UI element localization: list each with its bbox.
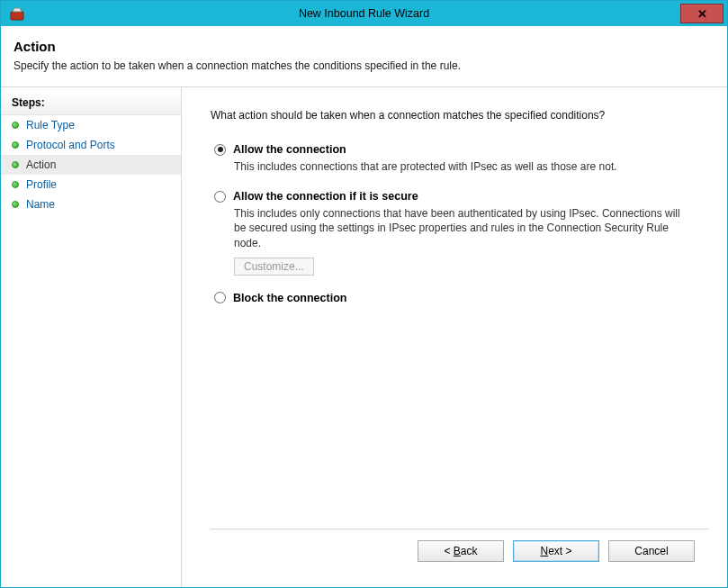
next-button[interactable]: Next >: [513, 540, 599, 562]
option-block: Block the connection: [211, 292, 709, 304]
step-label: Rule Type: [26, 119, 75, 131]
close-button[interactable]: ✕: [680, 4, 724, 23]
wizard-body: Steps: Rule Type Protocol and Ports Acti…: [1, 87, 727, 587]
wizard-main: What action should be taken when a conne…: [182, 87, 727, 587]
radio-block[interactable]: [214, 292, 226, 303]
bullet-icon: [12, 161, 19, 168]
step-label: Profile: [26, 178, 57, 191]
option-allow-secure: Allow the connection if it is secure Thi…: [211, 190, 709, 276]
cancel-button[interactable]: Cancel: [608, 540, 695, 562]
bullet-icon: [12, 122, 19, 129]
step-label: Action: [26, 158, 56, 171]
wizard-footer: < Back Next > Cancel: [211, 529, 709, 576]
action-prompt: What action should be taken when a conne…: [211, 109, 709, 122]
step-rule-type[interactable]: Rule Type: [1, 115, 181, 135]
option-allow: Allow the connection This includes conne…: [211, 143, 709, 174]
radio-allow-secure[interactable]: [214, 191, 226, 203]
next-label: Next >: [540, 545, 571, 557]
step-protocol-ports[interactable]: Protocol and Ports: [1, 135, 181, 155]
titlebar: New Inbound Rule Wizard ✕: [1, 1, 727, 26]
step-action[interactable]: Action: [1, 155, 181, 175]
option-label-allow[interactable]: Allow the connection: [233, 143, 346, 156]
steps-heading: Steps:: [1, 95, 181, 115]
step-label: Protocol and Ports: [26, 139, 115, 151]
option-desc-allow: This includes connections that are prote…: [234, 159, 693, 174]
back-label: < Back: [444, 545, 477, 557]
bullet-icon: [12, 201, 19, 208]
steps-sidebar: Steps: Rule Type Protocol and Ports Acti…: [1, 87, 182, 587]
option-label-block[interactable]: Block the connection: [233, 292, 346, 304]
close-icon: ✕: [697, 7, 707, 21]
step-name[interactable]: Name: [1, 194, 181, 214]
spacer: [211, 321, 709, 529]
svg-rect-0: [11, 12, 23, 20]
back-button[interactable]: < Back: [418, 540, 504, 562]
step-profile[interactable]: Profile: [1, 175, 181, 194]
step-label: Name: [26, 198, 55, 211]
bullet-icon: [12, 141, 19, 149]
window-title: New Inbound Rule Wizard: [1, 7, 727, 20]
app-icon: [10, 6, 24, 21]
option-label-allow-secure[interactable]: Allow the connection if it is secure: [233, 190, 418, 203]
customize-button: Customize...: [234, 258, 314, 276]
radio-allow[interactable]: [214, 144, 226, 156]
page-title: Action: [13, 39, 715, 54]
wizard-window: New Inbound Rule Wizard ✕ Action Specify…: [0, 0, 728, 588]
wizard-header: Action Specify the action to be taken wh…: [1, 26, 727, 87]
page-subtitle: Specify the action to be taken when a co…: [13, 59, 715, 72]
option-desc-allow-secure: This includes only connections that have…: [234, 206, 693, 250]
bullet-icon: [12, 181, 19, 188]
